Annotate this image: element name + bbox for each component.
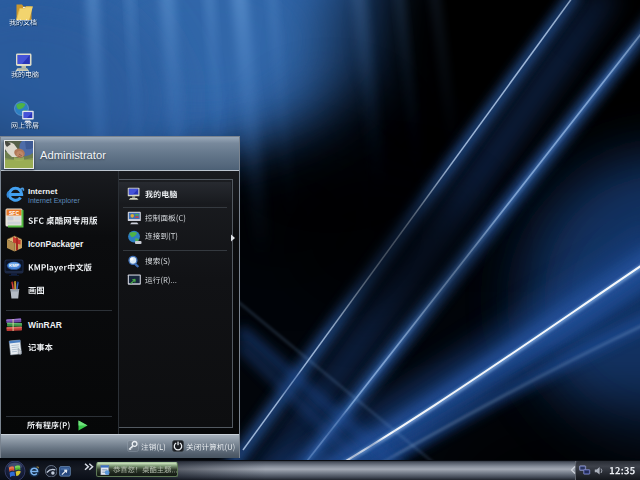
svg-text:KMP: KMP [9,263,19,268]
svg-text:SFC: SFC [9,210,19,216]
